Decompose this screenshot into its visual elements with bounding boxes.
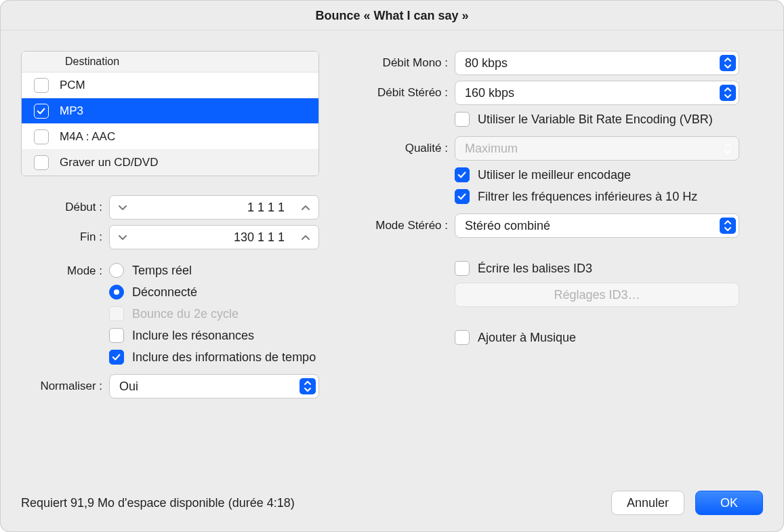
checkbox-include-tempo[interactable] <box>109 350 124 365</box>
start-row: Début : 1 1 1 1 <box>21 195 319 220</box>
checkbox-filter-10hz[interactable] <box>455 189 470 204</box>
stereo-mode-value: Stéréo combiné <box>465 219 714 233</box>
checkbox-write-id3[interactable] <box>455 261 470 276</box>
destination-row-m4a[interactable]: M4A : AAC <box>22 124 318 150</box>
stereo-mode-label: Mode Stéréo : <box>339 219 455 232</box>
destination-header: Destination <box>22 52 318 73</box>
destination-label: PCM <box>60 79 85 92</box>
radio-realtime[interactable] <box>109 263 124 278</box>
window-title: Bounce « What I can say » <box>1 1 783 30</box>
start-stepper[interactable]: 1 1 1 1 <box>109 195 319 220</box>
add-to-music-option[interactable]: Ajouter à Musique <box>455 330 763 345</box>
mode-include-tempo[interactable]: Inclure des informations de tempo <box>109 350 316 365</box>
destination-checkbox-m4a[interactable] <box>34 129 49 144</box>
radio-offline[interactable] <box>109 285 124 300</box>
quality-row: Qualité : Maximum <box>339 136 763 161</box>
mode-realtime-label: Temps réel <box>132 264 192 278</box>
quality-value: Maximum <box>465 142 714 156</box>
mode-label: Mode : <box>21 263 109 278</box>
mode-realtime[interactable]: Temps réel <box>109 263 316 278</box>
destination-row-cd[interactable]: Graver un CD/DVD <box>22 150 318 176</box>
start-value[interactable]: 1 1 1 1 <box>136 201 293 215</box>
destination-list: Destination PCM MP3 M4A : AAC Graver un … <box>21 51 319 176</box>
end-increment[interactable] <box>293 226 318 249</box>
stereo-select[interactable]: 160 kbps <box>455 81 739 105</box>
best-encoding-option[interactable]: Utiliser le meilleur encodage <box>455 167 763 182</box>
end-row: Fin : 130 1 1 1 <box>21 225 319 249</box>
destination-checkbox-pcm[interactable] <box>34 78 49 93</box>
dialog-footer: Requiert 91,9 Mo d'espace disponible (du… <box>1 478 783 531</box>
start-increment[interactable] <box>293 196 318 219</box>
checkbox-second-cycle <box>109 306 124 321</box>
id3-settings-label: Réglages ID3… <box>554 288 640 302</box>
updown-icon <box>720 218 736 234</box>
stereo-row: Débit Stéréo : 160 kbps <box>339 81 763 105</box>
destination-label: M4A : AAC <box>60 130 115 144</box>
mono-select[interactable]: 80 kbps <box>455 51 739 75</box>
normalize-select[interactable]: Oui <box>109 374 319 398</box>
write-id3-label: Écrire les balises ID3 <box>478 262 592 276</box>
add-to-music-label: Ajouter à Musique <box>478 331 576 345</box>
destination-row-mp3[interactable]: MP3 <box>22 98 318 124</box>
mode-offline[interactable]: Déconnecté <box>109 285 316 300</box>
end-decrement[interactable] <box>110 226 136 249</box>
footer-actions: Annuler OK <box>611 491 763 515</box>
normalize-label: Normaliser : <box>21 380 109 393</box>
right-column: Débit Mono : 80 kbps Débit Stéréo : 160 … <box>339 51 763 478</box>
mode-include-tail[interactable]: Inclure les résonances <box>109 328 316 343</box>
start-label: Début : <box>21 201 109 214</box>
chevron-down-icon <box>117 203 128 212</box>
destination-label: Graver un CD/DVD <box>60 156 158 169</box>
mode-include-tempo-label: Inclure des informations de tempo <box>132 350 316 365</box>
ok-label: OK <box>720 496 738 510</box>
normalize-row: Normaliser : Oui <box>21 374 319 398</box>
left-column: Destination PCM MP3 M4A : AAC Graver un … <box>21 51 319 478</box>
chevron-down-icon <box>117 232 128 242</box>
normalize-value: Oui <box>119 380 294 394</box>
mono-value: 80 kbps <box>465 56 714 70</box>
vbr-option[interactable]: Utiliser le Variable Bit Rate Encoding (… <box>455 112 763 127</box>
mode-second-cycle-label: Bounce du 2e cycle <box>132 307 239 321</box>
ok-button[interactable]: OK <box>695 491 763 515</box>
stereo-mode-row: Mode Stéréo : Stéréo combiné <box>339 213 763 238</box>
destination-row-pcm[interactable]: PCM <box>22 73 318 98</box>
vbr-label: Utiliser le Variable Bit Rate Encoding (… <box>478 112 713 127</box>
updown-icon <box>720 55 736 71</box>
chevron-up-icon <box>300 232 311 242</box>
checkbox-include-tail[interactable] <box>109 328 124 343</box>
start-decrement[interactable] <box>110 196 136 219</box>
mono-label: Débit Mono : <box>339 56 455 70</box>
updown-icon <box>720 140 736 157</box>
checkbox-add-to-music[interactable] <box>455 330 470 345</box>
filter-10hz-option[interactable]: Filtrer les fréquences inférieures à 10 … <box>455 189 763 204</box>
id3-settings-wrap: Réglages ID3… <box>455 283 763 307</box>
end-value[interactable]: 130 1 1 1 <box>136 230 293 245</box>
updown-icon <box>300 378 316 394</box>
cancel-button[interactable]: Annuler <box>611 491 684 515</box>
dialog-content: Destination PCM MP3 M4A : AAC Graver un … <box>1 30 783 478</box>
write-id3-option[interactable]: Écrire les balises ID3 <box>455 261 763 276</box>
chevron-up-icon <box>300 203 311 212</box>
cancel-label: Annuler <box>627 496 669 510</box>
mode-offline-label: Déconnecté <box>132 285 197 300</box>
best-encoding-label: Utiliser le meilleur encodage <box>478 168 631 182</box>
destination-checkbox-cd[interactable] <box>34 155 49 170</box>
footer-status: Requiert 91,9 Mo d'espace disponible (du… <box>21 496 611 510</box>
mode-include-tail-label: Inclure les résonances <box>132 329 254 343</box>
bounce-dialog: Bounce « What I can say » Destination PC… <box>0 0 784 532</box>
stereo-label: Débit Stéréo : <box>339 86 455 100</box>
id3-settings-button: Réglages ID3… <box>455 283 739 307</box>
mode-row: Mode : Temps réel Déconnecté Bounce du 2… <box>21 263 319 365</box>
stereo-value: 160 kbps <box>465 86 714 100</box>
filter-10hz-label: Filtrer les fréquences inférieures à 10 … <box>478 190 697 204</box>
quality-select: Maximum <box>455 136 739 161</box>
mono-row: Débit Mono : 80 kbps <box>339 51 763 75</box>
stereo-mode-select[interactable]: Stéréo combiné <box>455 213 739 238</box>
checkbox-best-encoding[interactable] <box>455 167 470 182</box>
end-stepper[interactable]: 130 1 1 1 <box>109 225 319 249</box>
mode-options: Temps réel Déconnecté Bounce du 2e cycle… <box>109 263 316 365</box>
quality-label: Qualité : <box>339 142 455 155</box>
destination-checkbox-mp3[interactable] <box>34 104 49 119</box>
checkbox-vbr[interactable] <box>455 112 470 127</box>
mode-second-cycle: Bounce du 2e cycle <box>109 306 316 321</box>
